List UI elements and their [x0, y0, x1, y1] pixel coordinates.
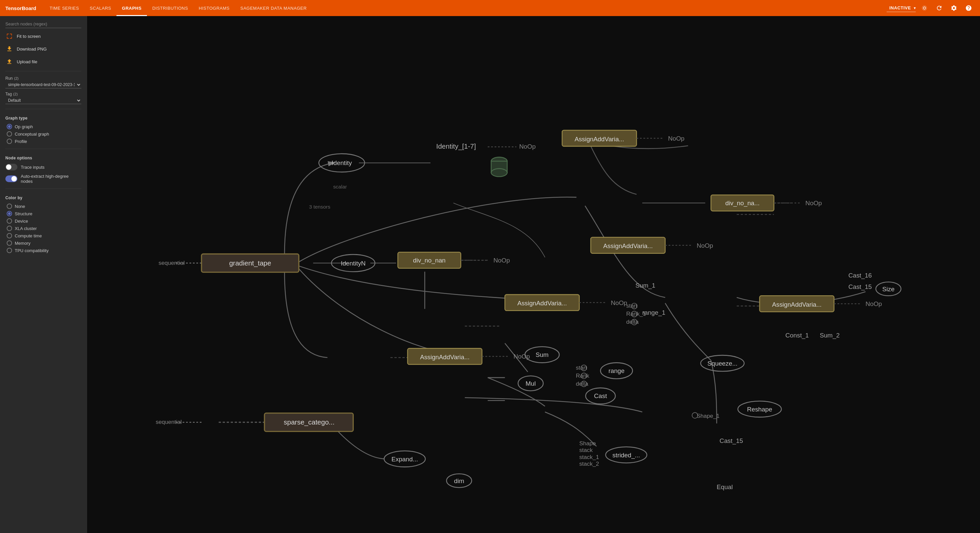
svg-text:AssignAddVaria...: AssignAddVaria... [420, 353, 469, 361]
svg-text:Cast: Cast [594, 392, 607, 399]
search-input[interactable] [5, 20, 81, 28]
run-section: Run (2) simple-tensorboard-test-09-02-20… [5, 76, 81, 88]
settings-button[interactable] [948, 2, 960, 14]
nav-distributions[interactable]: DISTRIBUTIONS [147, 0, 194, 16]
color-tpu[interactable]: TPU compatibility [7, 248, 81, 253]
svg-text:range_1: range_1 [642, 309, 665, 317]
download-png-label: Download PNG [17, 46, 47, 52]
trace-inputs-toggle-row[interactable]: Trace inputs [5, 164, 81, 170]
svg-text:Cast_16: Cast_16 [848, 272, 872, 279]
chevron-down-icon: ▾ [914, 6, 916, 10]
auto-extract-toggle-row[interactable]: Auto-extract high-degree nodes [5, 174, 81, 184]
trace-inputs-label: Trace inputs [21, 165, 45, 170]
svg-text:Squeeze...: Squeeze... [707, 360, 737, 367]
upload-file-button[interactable]: Upload file [5, 57, 81, 66]
fit-to-screen-label: Fit to screen [17, 34, 41, 39]
tag-count: (2) [13, 92, 18, 96]
svg-text:Shape: Shape [579, 440, 596, 447]
trace-inputs-toggle[interactable] [5, 164, 18, 170]
main-layout: Fit to screen Download PNG Upload file [0, 16, 980, 533]
color-device[interactable]: Device [7, 218, 81, 224]
svg-text:range: range [608, 367, 625, 374]
status-select-wrap[interactable]: INACTIVE ACTIVE ▾ [887, 4, 916, 12]
run-label: Run (2) [5, 76, 81, 81]
upload-icon [5, 57, 13, 65]
svg-text:div_no_na...: div_no_na... [725, 199, 759, 207]
fit-to-screen-button[interactable]: Fit to screen [5, 32, 81, 41]
nav-histograms[interactable]: HISTOGRAMS [194, 0, 235, 16]
color-compute-label: Compute time [15, 233, 42, 239]
color-structure[interactable]: Structure [7, 211, 81, 216]
status-select[interactable]: INACTIVE ACTIVE [887, 4, 914, 12]
topnav-right: INACTIVE ACTIVE ▾ [887, 2, 975, 14]
help-button[interactable] [963, 2, 975, 14]
svg-text:Sum_2: Sum_2 [820, 332, 840, 339]
auto-extract-toggle[interactable] [5, 175, 18, 182]
svg-text:dim: dim [454, 477, 464, 484]
nav-time-series[interactable]: TIME SERIES [44, 0, 84, 16]
tag-label: Tag (2) [5, 92, 81, 96]
svg-text:sequential: sequential [159, 260, 185, 266]
nav-graphs[interactable]: GRAPHS [116, 0, 147, 16]
color-compute-time[interactable]: Compute time [7, 233, 81, 239]
fit-to-screen-icon [5, 32, 13, 40]
radio-profile [7, 138, 12, 144]
graph-area[interactable]: sequential sequential Identity Identity_… [87, 16, 980, 533]
svg-text:NoOp: NoOp [668, 135, 684, 142]
conceptual-label: Conceptual graph [15, 132, 49, 137]
svg-point-27 [491, 169, 507, 177]
radio-op-graph [7, 124, 12, 129]
graph-type-conceptual[interactable]: Conceptual graph [7, 131, 81, 137]
svg-text:Sum_1: Sum_1 [635, 282, 655, 289]
graph-svg: sequential sequential Identity Identity_… [87, 16, 980, 533]
svg-text:Cast_15: Cast_15 [848, 283, 872, 291]
svg-text:3 tensors: 3 tensors [309, 204, 331, 210]
radio-conceptual [7, 131, 12, 137]
color-device-label: Device [15, 219, 28, 224]
svg-text:AssignAddVaria...: AssignAddVaria... [772, 301, 822, 308]
svg-text:Cast_15: Cast_15 [720, 437, 743, 445]
color-by-title: Color by [5, 196, 81, 200]
svg-rect-0 [87, 34, 980, 515]
svg-text:Size: Size [882, 286, 895, 293]
svg-text:AssignAddVaria...: AssignAddVaria... [575, 135, 624, 143]
svg-text:strided_...: strided_... [612, 452, 640, 459]
svg-text:Const_1: Const_1 [786, 332, 809, 339]
download-png-button[interactable]: Download PNG [5, 44, 81, 54]
color-structure-label: Structure [15, 211, 32, 216]
svg-text:stack_2: stack_2 [579, 461, 599, 467]
nav-sagemaker[interactable]: SAGEMAKER DATA MANAGER [235, 0, 312, 16]
sidebar: Fit to screen Download PNG Upload file [0, 16, 87, 533]
svg-text:Shape_1: Shape_1 [697, 413, 719, 419]
run-count: (2) [14, 76, 18, 80]
color-xla[interactable]: XLA cluster [7, 226, 81, 231]
node-options-title: Node options [5, 156, 81, 161]
tag-section: Tag (2) Default [5, 92, 81, 104]
upload-file-label: Upload file [17, 59, 37, 64]
sidebar-divider-4 [5, 188, 81, 189]
color-memory-label: Memory [15, 241, 30, 246]
svg-text:AssignAddVaria...: AssignAddVaria... [517, 300, 567, 307]
refresh-button[interactable] [933, 2, 945, 14]
auto-extract-label: Auto-extract high-degree nodes [21, 174, 81, 184]
svg-text:stack_1: stack_1 [579, 454, 599, 460]
color-xla-label: XLA cluster [15, 226, 37, 231]
tag-select[interactable]: Default [5, 97, 81, 104]
svg-text:IdentityN: IdentityN [341, 260, 366, 267]
color-none[interactable]: None [7, 204, 81, 209]
graph-type-group: Op graph Conceptual graph Profile [7, 124, 81, 144]
color-memory[interactable]: Memory [7, 240, 81, 246]
radio-color-memory [7, 240, 12, 246]
sidebar-divider-2 [5, 109, 81, 109]
nav-scalars[interactable]: SCALARS [84, 0, 116, 16]
svg-text:Identity: Identity [332, 159, 352, 166]
radio-color-compute [7, 233, 12, 239]
graph-type-profile[interactable]: Profile [7, 138, 81, 144]
svg-text:div_no_nan: div_no_nan [413, 257, 445, 264]
run-select[interactable]: simple-tensorboard-test-09-02-2023-1 [5, 81, 81, 88]
theme-toggle-button[interactable] [918, 2, 931, 14]
radio-color-xla [7, 226, 12, 231]
svg-text:Identity_[1-7]: Identity_[1-7] [436, 142, 476, 150]
graph-type-op-graph[interactable]: Op graph [7, 124, 81, 129]
gear-icon [951, 5, 957, 11]
